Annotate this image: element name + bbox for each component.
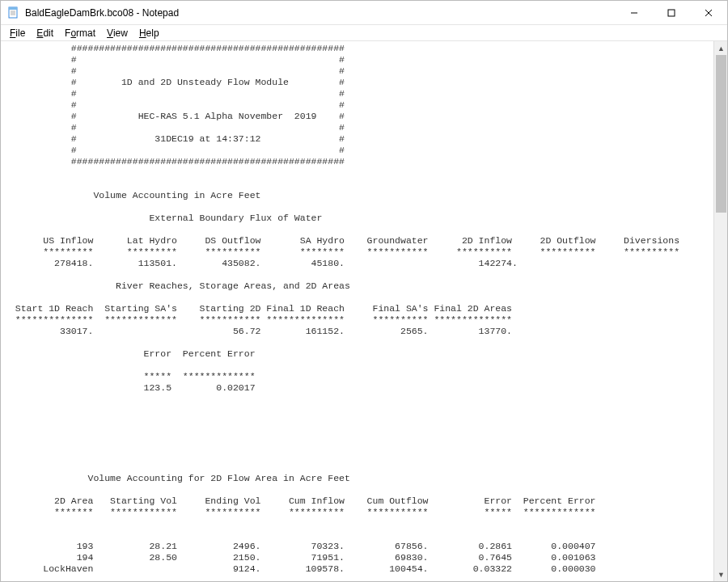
menu-file[interactable]: File xyxy=(4,27,31,40)
window-title: BaldEagleDamBrk.bco08 - Notepad xyxy=(25,7,179,19)
menu-view[interactable]: View xyxy=(101,27,133,40)
client-area: ########################################… xyxy=(1,41,727,581)
notepad-app-icon xyxy=(7,6,20,19)
vertical-scrollbar[interactable]: ▲ ▼ xyxy=(713,41,727,581)
svg-rect-6 xyxy=(668,10,675,16)
menu-edit[interactable]: Edit xyxy=(31,27,59,40)
text-content[interactable]: ########################################… xyxy=(1,41,713,581)
svg-rect-1 xyxy=(9,7,17,10)
menu-help[interactable]: Help xyxy=(133,27,165,40)
titlebar: BaldEagleDamBrk.bco08 - Notepad xyxy=(1,1,727,25)
close-button[interactable] xyxy=(690,1,727,25)
menubar: File Edit Format View Help xyxy=(1,25,727,41)
scroll-down-arrow-icon[interactable]: ▼ xyxy=(714,567,727,581)
menu-format[interactable]: Format xyxy=(59,27,101,40)
maximize-button[interactable] xyxy=(653,1,690,25)
scrollbar-thumb[interactable] xyxy=(716,55,726,213)
scroll-up-arrow-icon[interactable]: ▲ xyxy=(714,41,727,55)
minimize-button[interactable] xyxy=(616,1,653,25)
